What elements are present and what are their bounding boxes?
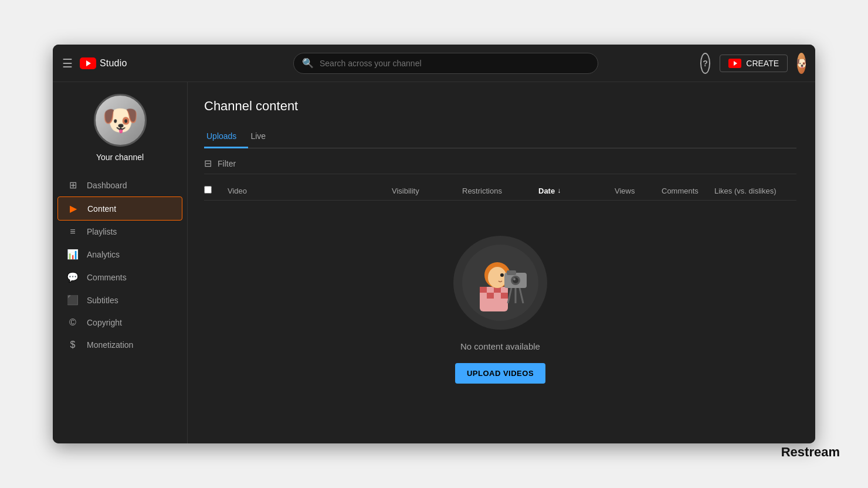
svg-rect-7 bbox=[487, 293, 494, 299]
playlists-icon: ≡ bbox=[67, 226, 79, 237]
channel-name: Your channel bbox=[96, 152, 144, 162]
video-column-header: Video bbox=[228, 187, 392, 195]
sidebar-item-analytics[interactable]: 📊 Analytics bbox=[57, 243, 182, 266]
help-button[interactable]: ? bbox=[700, 53, 710, 74]
app-window: ☰ Studio 🔍 ? CREATE 🐶 🐶 Your channe bbox=[53, 45, 815, 443]
create-button[interactable]: CREATE bbox=[720, 55, 788, 72]
playlists-label: Playlists bbox=[87, 227, 117, 236]
search-bar: 🔍 bbox=[201, 53, 691, 74]
select-all-checkbox[interactable] bbox=[204, 186, 212, 194]
table-header: Video Visibility Restrictions Date ↓ Vie… bbox=[204, 181, 796, 201]
sidebar-item-content[interactable]: ▶ Content bbox=[57, 196, 182, 221]
yt-play-icon bbox=[80, 57, 96, 69]
svg-point-16 bbox=[513, 277, 518, 283]
comments-icon: 💬 bbox=[67, 272, 79, 283]
sidebar: 🐶 Your channel ⊞ Dashboard ▶ Content ≡ P… bbox=[53, 82, 188, 443]
likes-column-header: Likes (vs. dislikes) bbox=[714, 187, 796, 195]
visibility-column-header: Visibility bbox=[392, 187, 462, 195]
monetization-icon: $ bbox=[67, 340, 79, 350]
header-right: ? CREATE 🐶 bbox=[700, 53, 806, 74]
camera-person-svg bbox=[462, 245, 538, 321]
date-column-header[interactable]: Date ↓ bbox=[538, 187, 615, 195]
body: 🐶 Your channel ⊞ Dashboard ▶ Content ≡ P… bbox=[53, 82, 815, 443]
subtitles-label: Subtitles bbox=[87, 296, 118, 305]
sidebar-item-dashboard[interactable]: ⊞ Dashboard bbox=[57, 174, 182, 196]
copyright-label: Copyright bbox=[87, 318, 122, 327]
svg-point-17 bbox=[513, 278, 516, 280]
tabs: Uploads Live bbox=[204, 126, 796, 148]
page-title: Channel content bbox=[204, 99, 796, 114]
empty-message: No content available bbox=[460, 341, 540, 351]
watermark: Restream bbox=[781, 445, 840, 460]
svg-point-11 bbox=[488, 267, 507, 288]
sidebar-item-copyright[interactable]: © Copyright bbox=[57, 311, 182, 334]
create-label: CREATE bbox=[746, 59, 779, 68]
analytics-icon: 📊 bbox=[67, 249, 79, 260]
sidebar-item-monetization[interactable]: $ Monetization bbox=[57, 334, 182, 356]
avatar[interactable]: 🐶 bbox=[797, 53, 806, 74]
svg-rect-14 bbox=[507, 270, 516, 275]
filter-icon: ⊟ bbox=[204, 158, 212, 169]
checkbox-header[interactable] bbox=[204, 186, 228, 195]
svg-rect-8 bbox=[494, 293, 501, 299]
subtitles-icon: ⬛ bbox=[67, 294, 79, 306]
tab-live[interactable]: Live bbox=[248, 126, 277, 148]
studio-label: Studio bbox=[100, 58, 127, 69]
dashboard-label: Dashboard bbox=[87, 181, 127, 190]
empty-state: No content available UPLOAD VIDEOS bbox=[204, 201, 796, 407]
header-left: ☰ Studio bbox=[62, 56, 191, 70]
svg-rect-3 bbox=[487, 287, 494, 293]
content-label: Content bbox=[87, 204, 116, 214]
search-input-wrap[interactable]: 🔍 bbox=[293, 53, 598, 74]
sort-arrow-icon: ↓ bbox=[557, 187, 561, 195]
analytics-label: Analytics bbox=[87, 250, 120, 259]
sidebar-item-comments[interactable]: 💬 Comments bbox=[57, 266, 182, 289]
restrictions-column-header: Restrictions bbox=[462, 187, 538, 195]
nav-items: ⊞ Dashboard ▶ Content ≡ Playlists 📊 Anal… bbox=[53, 174, 187, 356]
svg-rect-6 bbox=[480, 293, 487, 299]
content-icon: ▶ bbox=[67, 203, 79, 214]
monetization-label: Monetization bbox=[87, 340, 133, 350]
search-input[interactable] bbox=[320, 59, 589, 68]
svg-point-12 bbox=[500, 273, 504, 277]
comments-label: Comments bbox=[87, 273, 127, 282]
svg-rect-2 bbox=[480, 287, 487, 293]
create-video-icon bbox=[728, 59, 741, 68]
upload-videos-button[interactable]: UPLOAD VIDEOS bbox=[455, 363, 545, 384]
sidebar-item-playlists[interactable]: ≡ Playlists bbox=[57, 221, 182, 243]
search-icon: 🔍 bbox=[302, 57, 314, 69]
filter-label[interactable]: Filter bbox=[218, 159, 236, 168]
empty-illustration bbox=[453, 236, 547, 330]
filter-row: ⊟ Filter bbox=[204, 158, 796, 174]
tab-uploads[interactable]: Uploads bbox=[204, 126, 248, 148]
copyright-icon: © bbox=[67, 317, 79, 328]
youtube-logo: Studio bbox=[80, 57, 127, 69]
sidebar-item-subtitles[interactable]: ⬛ Subtitles bbox=[57, 289, 182, 311]
dashboard-icon: ⊞ bbox=[67, 179, 79, 191]
svg-rect-9 bbox=[501, 293, 508, 299]
main-content: Channel content Uploads Live ⊟ Filter Vi… bbox=[188, 82, 815, 443]
comments-column-header: Comments bbox=[662, 187, 714, 195]
views-column-header: Views bbox=[615, 187, 662, 195]
menu-icon[interactable]: ☰ bbox=[62, 56, 73, 70]
channel-avatar: 🐶 bbox=[94, 94, 147, 147]
header: ☰ Studio 🔍 ? CREATE 🐶 bbox=[53, 45, 815, 82]
